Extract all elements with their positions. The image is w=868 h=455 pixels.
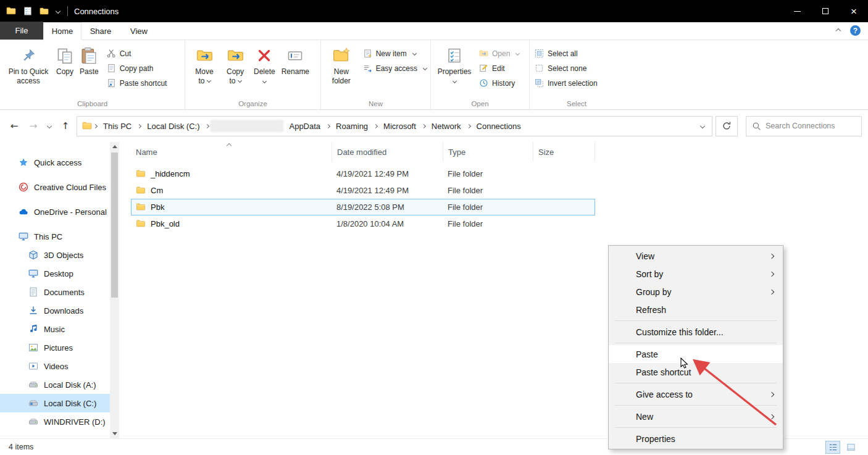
breadcrumb-item[interactable]: This PC bbox=[99, 122, 136, 131]
sidebar-item-documents[interactable]: Documents bbox=[0, 283, 119, 301]
file-row-selected[interactable]: Pbk 8/19/2022 5:08 PM File folder bbox=[131, 199, 595, 215]
scroll-up-button[interactable] bbox=[110, 142, 119, 151]
submenu-chevron-icon bbox=[769, 391, 774, 396]
file-row[interactable]: Pbk_old 1/8/2020 10:04 AM File folder bbox=[131, 215, 595, 232]
history-button[interactable]: History bbox=[479, 78, 519, 88]
forward-button[interactable]: → bbox=[25, 118, 41, 134]
tab-view[interactable]: View bbox=[120, 22, 158, 40]
sidebar-scrollbar bbox=[110, 142, 119, 438]
breadcrumb-item[interactable]: Network bbox=[427, 122, 465, 131]
column-header-date-modified[interactable]: Date modified bbox=[332, 142, 443, 162]
context-menu-item-paste[interactable]: Paste bbox=[609, 345, 783, 363]
invert-selection-button[interactable]: Invert selection bbox=[535, 78, 598, 88]
tab-share[interactable]: Share bbox=[81, 22, 120, 40]
help-icon[interactable]: ? bbox=[850, 25, 861, 36]
breadcrumb-chevron-icon bbox=[422, 123, 426, 128]
breadcrumb-item[interactable]: AppData bbox=[285, 122, 325, 131]
search-box[interactable] bbox=[746, 116, 862, 136]
open-button[interactable]: Open bbox=[479, 49, 519, 58]
sidebar-item-3d-objects[interactable]: 3D Objects bbox=[0, 246, 119, 264]
address-dropdown-chevron-icon[interactable] bbox=[698, 124, 707, 128]
sidebar-item-onedrive[interactable]: OneDrive - Personal bbox=[0, 202, 119, 221]
back-button[interactable]: ← bbox=[6, 118, 22, 134]
new-folder-button[interactable]: New folder bbox=[325, 43, 357, 87]
invert-selection-icon bbox=[535, 78, 544, 88]
qat-new-folder-icon[interactable] bbox=[40, 7, 49, 16]
details-view-button[interactable] bbox=[825, 441, 840, 454]
select-all-button[interactable]: Select all bbox=[535, 49, 598, 58]
minimize-button[interactable] bbox=[783, 0, 811, 22]
app-folder-icon bbox=[6, 6, 16, 16]
sidebar-item-quick-access[interactable]: Quick access bbox=[0, 153, 119, 172]
sidebar-item-windriver-d[interactable]: WINDRIVER (D:) bbox=[0, 412, 119, 431]
pin-to-quick-access-button[interactable]: Pin to Quick access bbox=[4, 43, 52, 87]
up-button[interactable]: ↑ bbox=[57, 118, 73, 134]
close-button[interactable]: × bbox=[840, 0, 868, 22]
paste-shortcut-button[interactable]: Paste shortcut bbox=[107, 78, 167, 88]
tab-file[interactable]: File bbox=[0, 22, 43, 40]
cut-button[interactable]: Cut bbox=[107, 49, 167, 58]
select-none-button[interactable]: Select none bbox=[535, 64, 598, 73]
column-header-row: Name Date modified Type Size bbox=[121, 142, 868, 162]
dropdown-chevron-icon bbox=[515, 51, 520, 56]
ribbon-group-new: New folder New item Easy access New bbox=[321, 40, 431, 109]
delete-button[interactable]: Delete bbox=[251, 43, 278, 84]
qat-chevron-down-icon[interactable] bbox=[56, 9, 61, 14]
copy-button[interactable]: Copy bbox=[54, 43, 76, 78]
tab-home[interactable]: Home bbox=[43, 22, 81, 40]
menu-separator bbox=[615, 320, 777, 321]
context-menu-item-give-access-to[interactable]: Give access to bbox=[609, 385, 783, 403]
sidebar-item-this-pc[interactable]: This PC bbox=[0, 227, 119, 246]
large-icons-view-button[interactable] bbox=[843, 441, 858, 454]
sidebar-item-videos[interactable]: Videos bbox=[0, 357, 119, 375]
context-menu-item-view[interactable]: View bbox=[609, 247, 783, 265]
context-menu-item-customize-this-folder[interactable]: Customize this folder... bbox=[609, 323, 783, 341]
easy-access-button[interactable]: Easy access bbox=[363, 64, 427, 73]
context-menu-item-group-by[interactable]: Group by bbox=[609, 283, 783, 301]
breadcrumb-item[interactable]: Roaming bbox=[332, 122, 372, 131]
column-header-size[interactable]: Size bbox=[533, 142, 595, 162]
paste-button[interactable]: Paste bbox=[77, 43, 101, 78]
sidebar-item-pictures[interactable]: Pictures bbox=[0, 338, 119, 357]
move-to-button[interactable]: Move to bbox=[190, 43, 219, 87]
breadcrumb[interactable]: This PC Local Disk (C:) AppData Roaming … bbox=[77, 116, 712, 136]
column-header-type[interactable]: Type bbox=[443, 142, 533, 162]
refresh-button[interactable] bbox=[716, 116, 738, 136]
context-menu-item-paste-shortcut[interactable]: Paste shortcut bbox=[609, 363, 783, 381]
edit-button[interactable]: Edit bbox=[479, 64, 519, 73]
drive-icon bbox=[28, 417, 38, 427]
sidebar-item-local-disk-c[interactable]: Local Disk (C:) bbox=[0, 394, 119, 412]
qat-properties-icon[interactable] bbox=[23, 7, 32, 15]
copy-path-button[interactable]: Copy path bbox=[107, 64, 167, 73]
properties-button[interactable]: Properties bbox=[435, 43, 474, 84]
maximize-button[interactable] bbox=[811, 0, 840, 22]
breadcrumb-item[interactable]: Local Disk (C:) bbox=[143, 122, 204, 131]
file-row[interactable]: Cm 4/19/2021 12:49 PM File folder bbox=[131, 182, 595, 199]
context-menu-item-new[interactable]: New bbox=[609, 407, 783, 425]
file-row[interactable]: _hiddencm 4/19/2021 12:49 PM File folder bbox=[131, 165, 595, 182]
sidebar-item-creative-cloud-files[interactable]: Creative Cloud Files bbox=[0, 178, 119, 196]
context-menu-item-refresh[interactable]: Refresh bbox=[609, 301, 783, 319]
breadcrumb-item-redacted[interactable] bbox=[211, 120, 283, 132]
copy-to-button[interactable]: Copy to bbox=[220, 43, 250, 87]
rename-button[interactable]: Rename bbox=[279, 43, 312, 78]
download-icon bbox=[28, 306, 38, 315]
sidebar-item-desktop[interactable]: Desktop bbox=[0, 264, 119, 283]
dropdown-chevron-icon bbox=[412, 51, 417, 56]
collapse-ribbon-icon[interactable] bbox=[836, 28, 841, 33]
dropdown-chevron-icon bbox=[262, 79, 267, 83]
new-item-button[interactable]: New item bbox=[363, 49, 427, 58]
breadcrumb-item[interactable]: Connections bbox=[472, 122, 525, 131]
sidebar-item-downloads[interactable]: Downloads bbox=[0, 301, 119, 320]
context-menu-item-sort-by[interactable]: Sort by bbox=[609, 265, 783, 283]
submenu-chevron-icon bbox=[769, 253, 774, 258]
context-menu-item-properties[interactable]: Properties bbox=[609, 430, 783, 448]
scroll-thumb[interactable] bbox=[111, 152, 118, 298]
recent-locations-chevron-icon[interactable] bbox=[44, 124, 54, 128]
sidebar-item-local-disk-a[interactable]: Local Disk (A:) bbox=[0, 375, 119, 394]
address-bar: ← → ↑ This PC Local Disk (C:) AppData Ro… bbox=[0, 110, 868, 142]
breadcrumb-item[interactable]: Microsoft bbox=[379, 122, 420, 131]
sidebar-item-music[interactable]: Music bbox=[0, 320, 119, 338]
search-input[interactable] bbox=[766, 122, 856, 130]
scroll-down-button[interactable] bbox=[110, 429, 119, 438]
